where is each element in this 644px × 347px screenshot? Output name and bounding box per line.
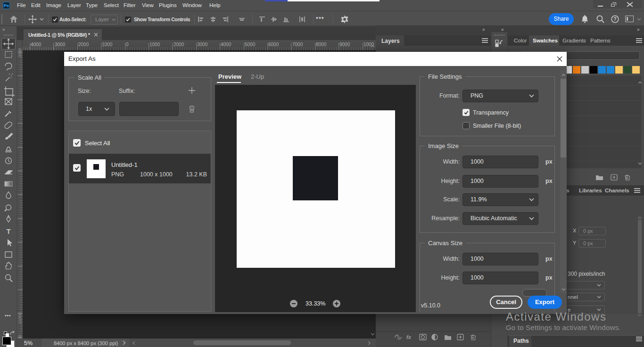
- svg-text:fx: fx: [406, 334, 412, 340]
- svg-text:?: ?: [613, 17, 616, 22]
- svg-text:T: T: [6, 227, 10, 235]
